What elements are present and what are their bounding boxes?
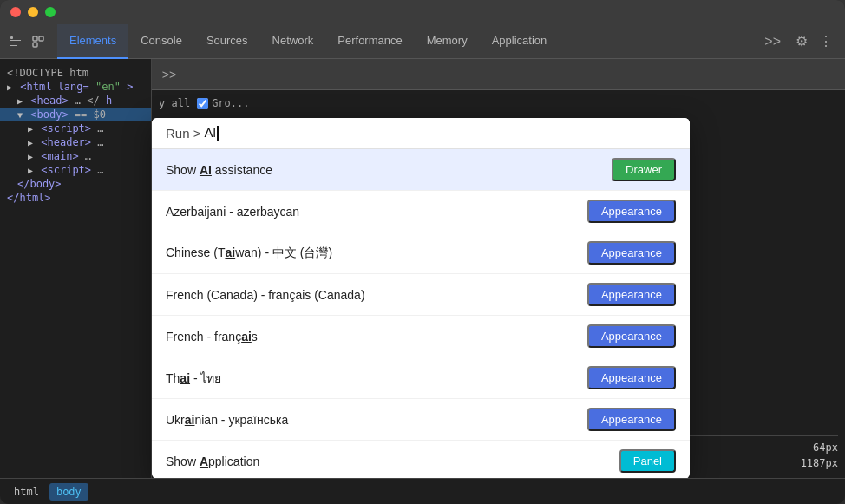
group-checkbox-input[interactable] — [197, 98, 208, 109]
highlight: ai — [241, 330, 252, 344]
item-label: Thai - ไทย — [166, 369, 221, 388]
tab-network[interactable]: Network — [260, 24, 326, 59]
close-button[interactable] — [10, 7, 21, 17]
list-item[interactable]: Show AI assistance Drawer — [152, 149, 690, 191]
triangle-icon: ▶ — [28, 124, 33, 134]
command-list: Show AI assistance Drawer Azerbaijani - … — [152, 149, 690, 478]
highlight: ai — [185, 413, 195, 427]
highlight: A — [200, 455, 208, 468]
filter-row: y all Gro... — [159, 97, 838, 109]
highlight: ai — [225, 245, 235, 259]
item-label: French (Canada) - français (Canada) — [166, 288, 365, 302]
tab-sources[interactable]: Sources — [194, 24, 260, 59]
triangle-icon: ▶ — [28, 138, 33, 147]
run-label: Run > — [166, 126, 200, 141]
appearance-badge[interactable]: Appearance — [587, 200, 676, 223]
element-picker-icon[interactable] — [29, 33, 47, 50]
devtools: Elements Console Sources Network Perform… — [0, 24, 845, 504]
triangle-icon: ▶ — [28, 152, 33, 161]
prop-val: 1187px — [801, 457, 838, 469]
list-item[interactable]: French (Canada) - français (Canada) Appe… — [152, 274, 690, 316]
appearance-badge[interactable]: Appearance — [587, 241, 676, 265]
appearance-badge[interactable]: Appearance — [587, 283, 676, 306]
highlight: AI — [200, 163, 212, 177]
list-item[interactable]: Chinese (Taiwan) - 中文 (台灣) Appearance — [152, 232, 690, 274]
command-input-row: Run > Al — [152, 118, 690, 149]
appearance-badge[interactable]: Appearance — [587, 408, 676, 431]
svg-rect-1 — [10, 40, 21, 41]
dom-line: ▶ <script> … — [0, 163, 151, 177]
dom-line: ▶ <script> … — [0, 121, 151, 135]
tab-console[interactable]: Console — [128, 24, 194, 59]
highlight: ai — [180, 371, 190, 385]
command-input-text[interactable]: Al — [204, 125, 218, 141]
list-item[interactable]: Thai - ไทย Appearance — [152, 357, 690, 399]
more-options-icon[interactable]: ⋮ — [814, 29, 838, 54]
titlebar — [0, 0, 845, 24]
svg-rect-2 — [10, 43, 21, 43]
dom-line-body[interactable]: ▼ <body> == $0 — [0, 108, 151, 121]
svg-rect-0 — [10, 36, 13, 39]
triangle-icon: ▶ — [17, 96, 23, 106]
devtools-icons — [7, 33, 47, 50]
svg-rect-4 — [33, 36, 37, 41]
tab-application[interactable]: Application — [480, 24, 560, 59]
devtools-tabs: Elements Console Sources Network Perform… — [0, 24, 845, 59]
group-checkbox[interactable]: Gro... — [197, 97, 249, 109]
dom-line: ▶ <head> … </ h — [0, 94, 151, 108]
svg-rect-3 — [10, 45, 17, 46]
tab-elements[interactable]: Elements — [57, 24, 128, 59]
dom-line: <!DOCTYPE htm — [0, 66, 151, 80]
item-label: Chinese (Taiwan) - 中文 (台灣) — [166, 245, 332, 261]
triangle-icon: ▶ — [7, 82, 12, 92]
appearance-badge[interactable]: Appearance — [587, 324, 676, 348]
cursor-icon[interactable] — [7, 33, 24, 50]
bottom-bar: html body — [0, 478, 845, 504]
triangle-icon: ▶ — [28, 166, 33, 175]
devtools-window: Elements Console Sources Network Perform… — [0, 0, 845, 504]
dom-line: </body> — [0, 177, 151, 191]
maximize-button[interactable] — [45, 7, 56, 17]
dom-line: </html> — [0, 191, 151, 205]
dom-line: ▶ <header> … — [0, 135, 151, 149]
item-label: Show AI assistance — [166, 163, 272, 177]
tab-memory[interactable]: Memory — [415, 24, 480, 59]
item-label: French - français — [166, 330, 258, 344]
dom-panel: <!DOCTYPE htm ▶ <html lang= "en" > ▶ <he… — [0, 59, 152, 478]
devtools-main: <!DOCTYPE htm ▶ <html lang= "en" > ▶ <he… — [0, 59, 845, 478]
prop-val: 64px — [813, 442, 838, 454]
dom-line: ▶ <html lang= "en" > — [0, 80, 151, 94]
minimize-button[interactable] — [28, 7, 38, 17]
panel-badge[interactable]: Panel — [619, 449, 676, 473]
svg-rect-5 — [33, 43, 37, 47]
item-label: Ukrainian - українська — [166, 413, 288, 427]
list-item[interactable]: Show Application Panel — [152, 441, 690, 478]
list-item[interactable]: French - français Appearance — [152, 316, 690, 357]
breadcrumb-body[interactable]: body — [49, 483, 88, 501]
svg-rect-6 — [39, 36, 43, 41]
tab-performance[interactable]: Performance — [325, 24, 414, 59]
right-toolbar: >> — [152, 59, 845, 90]
list-item[interactable]: Ukrainian - українська Appearance — [152, 399, 690, 441]
drawer-badge[interactable]: Drawer — [612, 158, 676, 181]
triangle-icon: ▼ — [17, 110, 23, 120]
breadcrumb-html[interactable]: html — [7, 483, 46, 501]
settings-icon[interactable]: ⚙ — [789, 29, 814, 54]
cursor — [217, 126, 219, 141]
item-label: Show Application — [166, 455, 259, 468]
command-palette: Run > Al Show AI assistance Drawer Azerb… — [152, 118, 690, 478]
chevron-right-icon[interactable]: >> — [159, 64, 180, 85]
list-item[interactable]: Azerbaijani - azerbaycan Appearance — [152, 191, 690, 232]
dom-line: ▶ <main> … — [0, 149, 151, 163]
appearance-badge[interactable]: Appearance — [587, 366, 676, 389]
group-label: Gro... — [212, 97, 249, 109]
item-label: Azerbaijani - azerbaycan — [166, 205, 299, 219]
filter-label: y all — [159, 97, 190, 109]
tab-more-button[interactable]: >> — [756, 24, 789, 59]
